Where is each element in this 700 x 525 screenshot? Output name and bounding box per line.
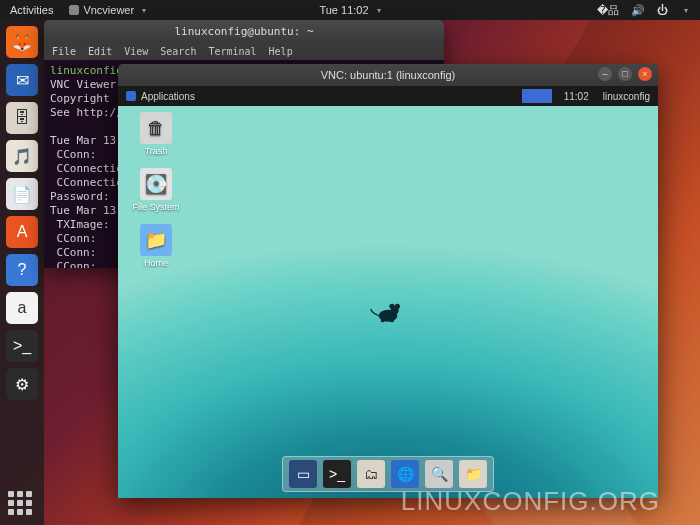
dock-terminal[interactable]: >_: [323, 460, 351, 488]
show-applications-button[interactable]: [8, 491, 36, 519]
dock-show-desktop[interactable]: ▭: [289, 460, 317, 488]
dock-rhythmbox[interactable]: 🎵: [6, 140, 38, 172]
chevron-down-icon: ▾: [142, 6, 146, 15]
xfce-clock[interactable]: 11:02: [558, 91, 595, 102]
close-button[interactable]: ×: [638, 67, 652, 81]
svg-point-4: [381, 319, 385, 322]
dock-help[interactable]: ?: [6, 254, 38, 286]
app-menu-label: Vncviewer: [83, 4, 134, 16]
vnc-titlebar[interactable]: VNC: ubuntu:1 (linuxconfig) – □ ×: [118, 64, 658, 86]
dock-firefox[interactable]: 🦊: [6, 26, 38, 58]
chevron-down-icon: ▾: [684, 6, 688, 15]
menu-help[interactable]: Help: [269, 46, 293, 57]
dock-terminal[interactable]: >_: [6, 330, 38, 362]
clock[interactable]: Tue 11:02 ▾: [319, 4, 380, 16]
xfce-mouse-logo: [368, 299, 408, 327]
vnc-viewer-window[interactable]: VNC: ubuntu:1 (linuxconfig) – □ × Applic…: [118, 64, 658, 498]
system-status-area[interactable]: �品 🔊 ⏻ ▾: [585, 3, 700, 18]
svg-point-2: [389, 303, 394, 308]
dock-web-browser[interactable]: 🌐: [391, 460, 419, 488]
terminal-menubar: FileEditViewSearchTerminalHelp: [44, 42, 444, 60]
xfce-user-menu[interactable]: linuxconfig: [595, 91, 658, 102]
vnc-title: VNC: ubuntu:1 (linuxconfig): [321, 69, 456, 81]
dock-ubuntu-software[interactable]: A: [6, 216, 38, 248]
dock-settings[interactable]: ⚙: [6, 368, 38, 400]
menu-edit[interactable]: Edit: [88, 46, 112, 57]
watermark: LINUXCONFIG.ORG: [401, 486, 660, 517]
dock-directory[interactable]: 📁: [459, 460, 487, 488]
dock-libreoffice-writer[interactable]: 📄: [6, 178, 38, 210]
dock-app-finder[interactable]: 🔍: [425, 460, 453, 488]
taskbar-window-button[interactable]: [522, 89, 552, 103]
menu-search[interactable]: Search: [160, 46, 196, 57]
menu-file[interactable]: File: [52, 46, 76, 57]
dock-file-manager[interactable]: 🗂: [357, 460, 385, 488]
dock-files[interactable]: 🗄: [6, 102, 38, 134]
activities-button[interactable]: Activities: [0, 4, 63, 16]
gnome-top-bar: Activities Vncviewer ▾ Tue 11:02 ▾ �品 🔊 …: [0, 0, 700, 20]
desktop-icon-filesystem[interactable]: 💽File System: [128, 168, 184, 212]
maximize-button[interactable]: □: [618, 67, 632, 81]
terminal-title: linuxconfig@ubuntu: ~: [174, 25, 313, 38]
applications-menu[interactable]: Applications: [118, 91, 203, 102]
chevron-down-icon: ▾: [377, 6, 381, 15]
svg-point-5: [390, 319, 394, 322]
dock-amazon[interactable]: a: [6, 292, 38, 324]
xfce-top-panel: Applications 11:02 linuxconfig: [118, 86, 658, 106]
menu-view[interactable]: View: [124, 46, 148, 57]
dock-thunderbird[interactable]: ✉: [6, 64, 38, 96]
xfce-remote-desktop[interactable]: Applications 11:02 linuxconfig 🗑Trash💽Fi…: [118, 86, 658, 498]
menu-terminal[interactable]: Terminal: [208, 46, 256, 57]
sound-icon: 🔊: [631, 4, 645, 17]
desktop-icon-trash[interactable]: 🗑Trash: [128, 112, 184, 156]
vncviewer-icon: [69, 5, 79, 15]
xfce-logo-icon: [126, 91, 136, 101]
desktop-icon-home[interactable]: 📁Home: [128, 224, 184, 268]
app-menu[interactable]: Vncviewer ▾: [63, 4, 152, 16]
terminal-titlebar[interactable]: linuxconfig@ubuntu: ~: [44, 20, 444, 42]
minimize-button[interactable]: –: [598, 67, 612, 81]
power-icon: ⏻: [657, 4, 668, 16]
ubuntu-dock: 🦊✉🗄🎵📄A?a>_⚙: [0, 20, 44, 525]
network-icon: �品: [597, 3, 619, 18]
svg-point-3: [395, 303, 400, 308]
